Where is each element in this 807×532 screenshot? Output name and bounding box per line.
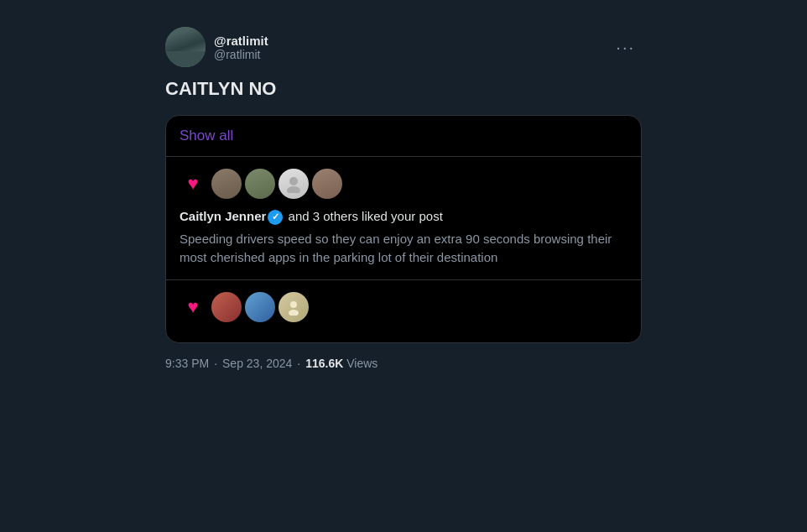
verified-badge-icon [268, 210, 283, 225]
notification-card: Show all ♥ [165, 115, 642, 343]
user-info: @ratlimit @ratlimit [214, 34, 268, 61]
notif-avatar-b1[interactable] [211, 292, 242, 322]
notif-avatar-b3[interactable] [279, 292, 309, 322]
tweet-footer-views: 116.6K Views [305, 357, 377, 370]
avatar[interactable] [165, 27, 206, 67]
notif-top-1: ♥ [180, 169, 627, 199]
notif-avatar-1[interactable] [211, 169, 242, 199]
tweet-date: Sep 23, 2024 [222, 357, 292, 370]
notif-avatar-3[interactable] [279, 169, 309, 199]
notif-preview-1: Speeding drivers speed so they can enjoy… [180, 230, 627, 268]
footer-dot-1: · [214, 357, 217, 370]
show-all-row[interactable]: Show all [166, 116, 641, 157]
svg-point-3 [289, 310, 299, 316]
notif-avatar-2[interactable] [245, 169, 275, 199]
liked-by-suffix: and 3 others liked your post [284, 209, 442, 223]
svg-point-0 [289, 177, 298, 185]
tweet-time: 9:33 PM [165, 357, 209, 370]
liked-by-name[interactable]: Caitlyn Jenner [180, 209, 266, 223]
notification-item-2[interactable]: ♥ [166, 280, 641, 342]
display-name[interactable]: @ratlimit [214, 34, 268, 48]
tweet-text: CAITLYN NO [165, 77, 642, 102]
avatar-stack-1 [211, 169, 342, 199]
notif-avatar-4[interactable] [312, 169, 342, 199]
notif-top-2: ♥ [180, 292, 627, 322]
svg-point-1 [287, 186, 300, 193]
heart-icon: ♥ [180, 170, 206, 197]
tweet-header: @ratlimit @ratlimit ··· [165, 27, 642, 67]
show-all-link[interactable]: Show all [180, 128, 233, 144]
avatar-stack-2 [211, 292, 309, 322]
tweet-footer: 9:33 PM · Sep 23, 2024 · 116.6K Views [165, 353, 642, 373]
tweet-container: @ratlimit @ratlimit ··· CAITLYN NO Show … [152, 13, 655, 383]
views-label: Views [343, 357, 377, 370]
svg-point-2 [290, 301, 297, 308]
username[interactable]: @ratlimit [214, 48, 268, 61]
notif-avatar-b2[interactable] [245, 292, 275, 322]
views-count: 116.6K [305, 357, 343, 370]
notification-item-1[interactable]: ♥ [166, 157, 641, 280]
more-button[interactable]: ··· [609, 34, 642, 60]
tweet-header-left: @ratlimit @ratlimit [165, 27, 268, 67]
footer-dot-2: · [297, 357, 300, 370]
heart-icon-2: ♥ [180, 294, 206, 321]
notif-text-1: Caitlyn Jenner and 3 others liked your p… [180, 207, 627, 225]
